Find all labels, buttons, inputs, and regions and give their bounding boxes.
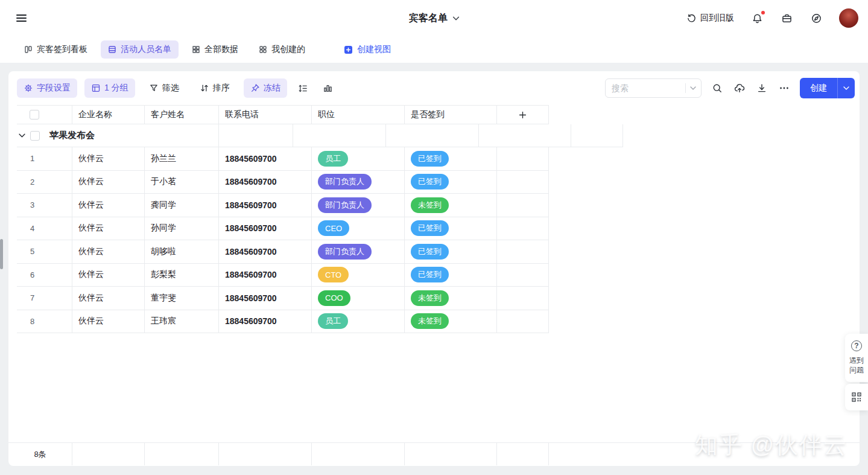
cell-name[interactable]: 于小茗 [145, 171, 219, 194]
cell-name[interactable]: 王玮宸 [145, 310, 219, 334]
table-row[interactable]: 2 伙伴云 于小茗 18845609700 部门负责人 已签到 [17, 171, 549, 194]
cell-phone[interactable]: 18845609700 [219, 264, 312, 287]
create-view-button[interactable]: 创建视图 [337, 40, 398, 59]
tab-created-by-me[interactable]: 我创建的 [252, 40, 312, 59]
cell-name[interactable]: 彭梨梨 [145, 264, 219, 287]
cell-company[interactable]: 伙伴云 [72, 171, 145, 194]
avatar[interactable] [839, 8, 858, 28]
column-header-position[interactable]: 职位 [312, 105, 405, 124]
download-button[interactable] [755, 81, 768, 95]
page-title-dropdown[interactable]: 宾客名单 [409, 0, 459, 36]
cell-signin[interactable]: 已签到 [405, 217, 497, 241]
cell-name[interactable]: 龚同学 [145, 194, 219, 217]
signin-tag[interactable]: 已签到 [411, 174, 449, 190]
table-row[interactable]: 7 伙伴云 董宇斐 18845609700 COO 未签到 [17, 287, 549, 310]
cell-signin[interactable]: 未签到 [405, 310, 497, 334]
cell-name[interactable]: 董宇斐 [145, 287, 219, 310]
signin-tag[interactable]: 已签到 [411, 151, 449, 167]
column-header-signin[interactable]: 是否签到 [405, 105, 497, 124]
freeze-button[interactable]: 冻结 [244, 78, 287, 98]
cell-name[interactable]: 胡哆啦 [145, 240, 219, 264]
cell-company[interactable]: 伙伴云 [72, 217, 145, 241]
cell-position[interactable]: CEO [312, 217, 405, 241]
collapse-group-icon[interactable] [19, 133, 30, 138]
column-header-company[interactable]: 企业名称 [72, 105, 145, 124]
cell-position[interactable]: 部门负责人 [312, 240, 405, 264]
position-tag[interactable]: 部门负责人 [318, 197, 372, 213]
menu-icon[interactable] [16, 13, 27, 23]
search-box[interactable] [605, 78, 702, 98]
table-row[interactable]: 5 伙伴云 胡哆啦 18845609700 部门负责人 已签到 [17, 240, 549, 264]
position-tag[interactable]: 部门负责人 [318, 244, 372, 260]
cell-signin[interactable]: 未签到 [405, 194, 497, 217]
more-button[interactable] [778, 81, 791, 95]
position-tag[interactable]: COO [318, 290, 350, 306]
cell-position[interactable]: 员工 [312, 310, 405, 334]
help-panel[interactable]: ? 遇到问题 [845, 334, 868, 382]
table-row[interactable]: 1 伙伴云 孙兰兰 18845609700 员工 已签到 [17, 147, 549, 171]
cell-signin[interactable]: 已签到 [405, 240, 497, 264]
row-height-button[interactable] [294, 78, 312, 98]
cell-signin[interactable]: 未签到 [405, 287, 497, 310]
column-header-name[interactable]: 客户姓名 [145, 105, 219, 124]
create-button[interactable]: 创建 [800, 78, 855, 98]
position-tag[interactable]: 部门负责人 [318, 174, 372, 190]
cell-signin[interactable]: 已签到 [405, 147, 497, 171]
cell-position[interactable]: COO [312, 287, 405, 310]
cell-phone[interactable]: 18845609700 [219, 240, 312, 264]
cell-position[interactable]: 员工 [312, 147, 405, 171]
table-row[interactable]: 3 伙伴云 龚同学 18845609700 部门负责人 未签到 [17, 194, 549, 217]
field-settings-button[interactable]: 字段设置 [17, 78, 77, 98]
cell-company[interactable]: 伙伴云 [72, 147, 145, 171]
group-row[interactable]: 苹果发布会 [17, 124, 549, 147]
cell-name[interactable]: 孙兰兰 [145, 147, 219, 171]
cell-company[interactable]: 伙伴云 [72, 310, 145, 334]
search-button[interactable] [711, 81, 724, 95]
table-row[interactable]: 4 伙伴云 孙同学 18845609700 CEO 已签到 [17, 217, 549, 241]
cell-phone[interactable]: 18845609700 [219, 217, 312, 241]
select-all-checkbox[interactable] [30, 110, 39, 120]
position-tag[interactable]: CTO [318, 267, 349, 282]
workspace-button[interactable] [780, 11, 793, 25]
notifications-button[interactable] [750, 11, 764, 25]
position-tag[interactable]: CEO [318, 220, 349, 236]
cell-phone[interactable]: 18845609700 [219, 147, 312, 171]
filter-button[interactable]: 筛选 [142, 78, 186, 98]
cell-company[interactable]: 伙伴云 [72, 287, 145, 310]
signin-tag[interactable]: 已签到 [411, 220, 449, 236]
tab-all-data[interactable]: 全部数据 [185, 40, 246, 59]
signin-tag[interactable]: 未签到 [411, 313, 449, 329]
cell-position[interactable]: CTO [312, 264, 405, 287]
table-row[interactable]: 8 伙伴云 王玮宸 18845609700 员工 未签到 [17, 310, 549, 334]
create-dropdown-button[interactable] [838, 78, 855, 98]
group-button[interactable]: 1 分组 [84, 78, 135, 98]
search-input[interactable] [612, 83, 681, 93]
signin-tag[interactable]: 未签到 [411, 197, 449, 213]
cell-phone[interactable]: 18845609700 [219, 287, 312, 310]
cell-company[interactable]: 伙伴云 [72, 240, 145, 264]
qr-code-button[interactable] [845, 384, 868, 410]
group-checkbox[interactable] [30, 131, 40, 141]
position-tag[interactable]: 员工 [318, 313, 348, 329]
tab-activity-staff-list[interactable]: 活动人员名单 [101, 40, 179, 59]
cell-signin[interactable]: 已签到 [405, 171, 497, 194]
cell-company[interactable]: 伙伴云 [72, 264, 145, 287]
cell-phone[interactable]: 18845609700 [219, 194, 312, 217]
share-upload-button[interactable] [733, 81, 746, 95]
table-row[interactable]: 6 伙伴云 彭梨梨 18845609700 CTO 已签到 [17, 264, 549, 287]
signin-tag[interactable]: 已签到 [411, 267, 449, 282]
cell-name[interactable]: 孙同学 [145, 217, 219, 241]
cell-company[interactable]: 伙伴云 [72, 194, 145, 217]
sort-button[interactable]: 排序 [193, 78, 236, 98]
tab-guest-signin-board[interactable]: 宾客签到看板 [17, 40, 95, 59]
position-tag[interactable]: 员工 [318, 151, 348, 167]
column-header-phone[interactable]: 联系电话 [219, 105, 312, 124]
cell-position[interactable]: 部门负责人 [312, 194, 405, 217]
cell-position[interactable]: 部门负责人 [312, 171, 405, 194]
vertical-scrollbar[interactable] [0, 239, 3, 269]
signin-tag[interactable]: 已签到 [411, 244, 449, 260]
add-column-button[interactable] [497, 105, 549, 124]
cell-signin[interactable]: 已签到 [405, 264, 497, 287]
cell-phone[interactable]: 18845609700 [219, 310, 312, 334]
chart-button[interactable] [319, 78, 337, 98]
